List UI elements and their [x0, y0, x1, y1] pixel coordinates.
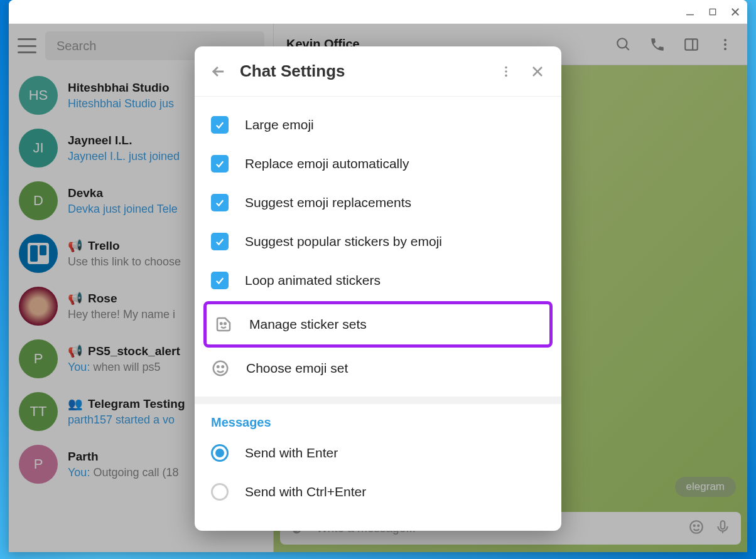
choose-emoji-set-button[interactable]: Choose emoji set — [195, 349, 561, 388]
radio-send-enter[interactable]: Send with Enter — [195, 434, 561, 472]
window-close-button[interactable] — [730, 6, 741, 18]
svg-rect-1 — [710, 9, 715, 14]
modal-close-button[interactable] — [527, 61, 548, 82]
smile-icon — [211, 359, 230, 378]
radio-off-icon — [211, 483, 229, 501]
svg-point-16 — [505, 70, 507, 73]
checkbox-checked-icon — [211, 194, 229, 211]
option-label: Replace emoji automatically — [245, 156, 409, 171]
option-label: Send with Enter — [245, 445, 338, 461]
maximize-button[interactable] — [707, 6, 718, 18]
option-loop-stickers[interactable]: Loop animated stickers — [195, 261, 561, 300]
svg-point-20 — [220, 323, 222, 325]
option-label: Suggest emoji replacements — [245, 195, 411, 210]
checkbox-checked-icon — [211, 233, 229, 250]
option-label: Suggest popular stickers by emoji — [245, 234, 442, 249]
svg-point-24 — [222, 366, 224, 368]
option-label: Send with Ctrl+Enter — [245, 484, 366, 499]
svg-point-22 — [213, 361, 228, 376]
checkbox-checked-icon — [211, 116, 229, 134]
checkbox-checked-icon — [211, 272, 229, 289]
minimize-button[interactable] — [684, 6, 696, 18]
option-label: Loop animated stickers — [245, 273, 381, 288]
radio-send-ctrl-enter[interactable]: Send with Ctrl+Enter — [195, 472, 561, 511]
modal-title: Chat Settings — [240, 61, 485, 81]
manage-sticker-sets-button[interactable]: Manage sticker sets — [207, 304, 549, 344]
svg-point-23 — [217, 366, 219, 368]
back-button[interactable] — [208, 61, 229, 82]
option-suggest-stickers[interactable]: Suggest popular stickers by emoji — [195, 222, 561, 261]
option-label: Large emoji — [245, 117, 314, 132]
option-suggest-emoji[interactable]: Suggest emoji replacements — [195, 183, 561, 222]
svg-point-15 — [505, 66, 507, 68]
divider — [195, 397, 561, 404]
section-title-messages: Messages — [195, 404, 561, 434]
sticker-icon — [214, 315, 233, 334]
titlebar — [9, 0, 747, 24]
modal-more-button[interactable] — [496, 61, 516, 82]
svg-point-21 — [224, 323, 226, 325]
modal-body: Large emoji Replace emoji automatically … — [195, 97, 561, 531]
svg-point-17 — [505, 74, 507, 77]
radio-on-icon — [211, 444, 229, 462]
option-large-emoji[interactable]: Large emoji — [195, 105, 561, 144]
option-replace-emoji[interactable]: Replace emoji automatically — [195, 144, 561, 183]
chat-settings-modal: Chat Settings Large emoji Replace emoji … — [195, 46, 561, 531]
checkbox-checked-icon — [211, 155, 229, 173]
window-frame: Search HS Hiteshbhai Studio Hiteshbhai S… — [9, 0, 747, 552]
option-label: Choose emoji set — [246, 361, 348, 376]
modal-header: Chat Settings — [195, 46, 561, 97]
option-label: Manage sticker sets — [249, 317, 367, 332]
highlight-annotation: Manage sticker sets — [203, 301, 553, 348]
